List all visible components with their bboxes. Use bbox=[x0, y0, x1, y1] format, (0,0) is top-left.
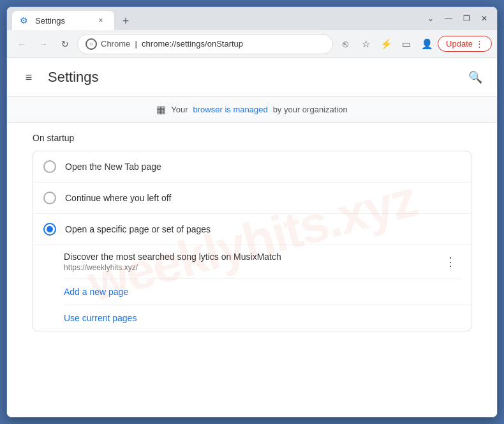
managed-banner: ▦ Your browser is managed by your organi… bbox=[7, 97, 497, 123]
bookmark-button[interactable]: ☆ bbox=[356, 34, 375, 54]
option-new-tab[interactable]: Open the New Tab page bbox=[33, 151, 471, 183]
search-icon: 🔍 bbox=[468, 70, 482, 84]
radio-new-tab[interactable] bbox=[43, 160, 56, 173]
use-current-pages-button[interactable]: Use current pages bbox=[64, 305, 471, 331]
address-bar[interactable]: ○ Chrome | chrome://settings/onStartup bbox=[77, 34, 333, 54]
settings-page-title: Settings bbox=[48, 69, 99, 86]
settings-search-button[interactable]: 🔍 bbox=[464, 66, 487, 89]
option-new-tab-label: Open the New Tab page bbox=[65, 162, 161, 172]
managed-icon: ▦ bbox=[156, 103, 166, 116]
option-continue[interactable]: Continue where you left off bbox=[33, 183, 471, 214]
profile-button[interactable]: 👤 bbox=[417, 34, 436, 54]
reload-button[interactable]: ↻ bbox=[56, 34, 75, 54]
cast-button[interactable]: ▭ bbox=[397, 34, 416, 54]
managed-link[interactable]: browser is managed bbox=[193, 105, 268, 114]
toolbar-icons: ⎋ ☆ ⚡ ▭ 👤 Update ⋮ bbox=[336, 34, 492, 54]
update-label: Update bbox=[446, 39, 473, 49]
tab-settings-icon: ⚙ bbox=[20, 15, 30, 26]
maximize-button[interactable]: ❐ bbox=[459, 11, 474, 26]
hamburger-menu-button[interactable]: ≡ bbox=[17, 66, 40, 89]
startup-options-card: weeklyhits.xyz Open the New Tab page Con… bbox=[33, 151, 471, 331]
site-icon: ○ bbox=[85, 38, 97, 50]
startup-pages-section: Discover the most searched song lytics o… bbox=[33, 245, 471, 279]
settings-header: ≡ Settings 🔍 bbox=[7, 58, 497, 97]
extension-button[interactable]: ⚡ bbox=[376, 34, 396, 54]
url-path: chrome://settings/onStartup bbox=[142, 39, 243, 49]
settings-page: ≡ Settings 🔍 ▦ Your browser is managed b… bbox=[7, 58, 497, 417]
option-specific-page[interactable]: Open a specific page or set of pages bbox=[33, 214, 471, 245]
radio-specific-page[interactable] bbox=[43, 223, 56, 236]
startup-page-item: Discover the most searched song lytics o… bbox=[64, 245, 461, 279]
add-new-page-button[interactable]: Add a new page bbox=[64, 279, 471, 305]
forward-button[interactable]: → bbox=[34, 34, 53, 54]
managed-text-after: by your organization bbox=[273, 105, 348, 114]
hamburger-icon: ≡ bbox=[26, 71, 33, 84]
radio-continue[interactable] bbox=[43, 192, 56, 204]
settings-content: On startup weeklyhits.xyz Open the New T… bbox=[7, 123, 497, 417]
share-button[interactable]: ⎋ bbox=[336, 34, 355, 54]
update-dots-icon: ⋮ bbox=[475, 39, 484, 49]
tab-title: Settings bbox=[35, 16, 90, 26]
browser-window: ⚙ Settings × + ⌄ — ❐ ✕ ← → ↻ ○ Chrome | … bbox=[6, 6, 498, 418]
url-separator: | bbox=[133, 39, 142, 49]
startup-page-name: Discover the most searched song lytics o… bbox=[64, 252, 440, 262]
close-button[interactable]: ✕ bbox=[477, 11, 492, 26]
startup-page-info: Discover the most searched song lytics o… bbox=[64, 252, 440, 272]
radio-selected-dot bbox=[47, 226, 53, 232]
new-tab-button[interactable]: + bbox=[117, 12, 135, 30]
active-tab[interactable]: ⚙ Settings × bbox=[12, 11, 114, 30]
back-button[interactable]: ← bbox=[12, 34, 31, 54]
window-controls: ⌄ — ❐ ✕ bbox=[423, 11, 492, 26]
minimize-button[interactable]: ⌄ bbox=[423, 11, 438, 26]
tab-area: ⚙ Settings × + bbox=[12, 7, 418, 30]
page-more-button[interactable]: ⋮ bbox=[440, 252, 461, 272]
browser-toolbar: ← → ↻ ○ Chrome | chrome://settings/onSta… bbox=[7, 30, 497, 58]
chrome-label: Chrome bbox=[101, 39, 130, 49]
update-button[interactable]: Update ⋮ bbox=[438, 36, 492, 52]
startup-section-title: On startup bbox=[33, 133, 471, 143]
option-specific-page-label: Open a specific page or set of pages bbox=[65, 224, 211, 234]
startup-page-url: https://weeklyhits.xyz/ bbox=[64, 263, 440, 272]
tab-close-button[interactable]: × bbox=[95, 15, 107, 26]
minimize-button2[interactable]: — bbox=[441, 11, 456, 26]
option-continue-label: Continue where you left off bbox=[65, 193, 171, 203]
address-text: Chrome | chrome://settings/onStartup bbox=[101, 39, 325, 49]
managed-text-before: Your bbox=[171, 105, 188, 114]
title-bar: ⚙ Settings × + ⌄ — ❐ ✕ bbox=[7, 7, 497, 30]
